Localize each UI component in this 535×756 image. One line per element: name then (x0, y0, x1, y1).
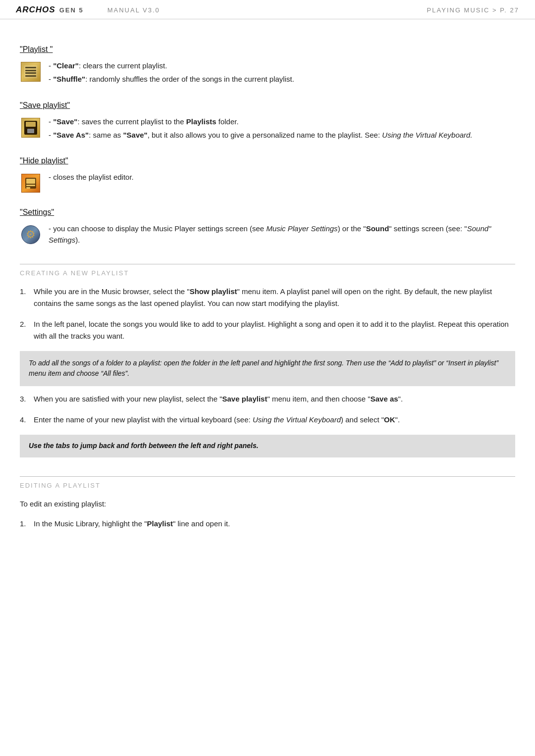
editing-intro: To edit an existing playlist: (20, 498, 515, 510)
step2-num: 2. (20, 318, 31, 342)
playlist-icon-lines (24, 65, 38, 79)
floppy-disk (27, 129, 34, 133)
settings-icon: ⚙ (20, 224, 42, 246)
settings-title: "Settings" (20, 208, 515, 217)
settings-section: "Settings" ⚙ - you can choose to display… (20, 208, 515, 248)
playlist-section: "Playlist " - "Clear": clears the curren… (20, 45, 515, 87)
editing-title: EDITING A PLAYLIST (20, 482, 515, 489)
creating-note2-text: Use the tabs to jump back and forth betw… (29, 442, 259, 450)
gear-symbol: ⚙ (26, 228, 36, 241)
playlist-icon-img (21, 62, 41, 82)
settings-text: - you can choose to display the Music Pl… (49, 223, 515, 246)
header-left: ARCHOS GEN 5 MANUAL V3.0 (16, 5, 160, 15)
svg-rect-3 (26, 187, 30, 189)
gen-label: GEN 5 (59, 6, 84, 14)
save-playlist-title: "Save playlist" (20, 101, 515, 110)
playlist-section-title: "Playlist " (20, 45, 515, 54)
page-header: ARCHOS GEN 5 MANUAL V3.0 PLAYING MUSIC >… (0, 0, 535, 19)
creating-step-4: 4. Enter the name of your new playlist w… (20, 414, 515, 426)
step4-num: 4. (20, 414, 31, 426)
hide-icon-img (21, 174, 40, 193)
step3-text: When you are satisfied with your new pla… (34, 393, 515, 405)
brand-name: ARCHOS (16, 5, 55, 15)
save-playlist-icon-text: - "Save": saves the current playlist to … (20, 116, 515, 143)
shuffle-text: - "Shuffle": randomly shuffles the order… (49, 73, 515, 85)
editing-step1-num: 1. (20, 518, 31, 530)
creating-title: CREATING A NEW PLAYLIST (20, 269, 515, 277)
floppy-label (26, 122, 36, 127)
clear-text: - "Clear": clears the current playlist. (49, 60, 515, 71)
hide-playlist-title: "Hide playlist" (20, 156, 515, 165)
editing-section: EDITING A PLAYLIST (20, 476, 515, 489)
save-text-block: - "Save": saves the current playlist to … (49, 116, 515, 143)
creating-section: CREATING A NEW PLAYLIST (20, 264, 515, 277)
hide-icon-svg (24, 176, 38, 190)
hide-text: - closes the playlist editor. (49, 171, 515, 183)
creating-step-2: 2. In the left panel, locate the songs y… (20, 318, 515, 342)
save-icon (20, 117, 42, 139)
settings-icon-text: ⚙ - you can choose to display the Music … (20, 223, 515, 248)
editing-step1-text: In the Music Library, highlight the "Pla… (34, 518, 515, 530)
playlist-icon (20, 61, 42, 83)
save-playlist-section: "Save playlist" - "Save": saves the curr… (20, 101, 515, 143)
settings-icon-img: ⚙ (21, 225, 40, 244)
hide-playlist-section: "Hide playlist" - closes the playlist ed… (20, 156, 515, 194)
editing-steps-list: 1. In the Music Library, highlight the "… (20, 518, 515, 530)
svg-rect-2 (26, 185, 35, 186)
hide-playlist-icon-text: - closes the playlist editor. (20, 171, 515, 194)
step3-num: 3. (20, 393, 31, 405)
creating-note2: Use the tabs to jump back and forth betw… (20, 435, 515, 457)
playlist-icon-line3 (25, 72, 36, 74)
step1-num: 1. (20, 286, 31, 309)
hide-text-block: - closes the playlist editor. (49, 171, 515, 185)
settings-text-block: - you can choose to display the Music Pl… (49, 223, 515, 248)
step1-text: While you are in the Music browser, sele… (34, 286, 515, 309)
creating-steps-list: 1. While you are in the Music browser, s… (20, 286, 515, 342)
manual-label: MANUAL V3.0 (107, 6, 160, 14)
saveas-line: - "Save As": same as "Save", but it also… (49, 129, 515, 141)
main-content: "Playlist " - "Clear": clears the curren… (0, 19, 535, 551)
step2-text: In the left panel, locate the songs you … (34, 318, 515, 342)
creating-steps-list2: 3. When you are satisfied with your new … (20, 393, 515, 426)
creating-note1: To add all the songs of a folder to a pl… (20, 351, 515, 386)
playlist-icon-line1 (25, 67, 36, 68)
playlist-icon-line2 (25, 70, 36, 71)
creating-note1-text: To add all the songs of a folder to a pl… (29, 359, 498, 378)
hide-icon (20, 172, 42, 194)
playlist-icon-text-block: - "Clear": clears the current playlist. … (20, 60, 515, 87)
breadcrumb: PLAYING MUSIC > P. 27 (427, 6, 519, 14)
step4-text: Enter the name of your new playlist with… (34, 414, 515, 426)
creating-step-3: 3. When you are satisfied with your new … (20, 393, 515, 405)
save-line: - "Save": saves the current playlist to … (49, 116, 515, 127)
svg-rect-1 (26, 179, 35, 184)
creating-step-1: 1. While you are in the Music browser, s… (20, 286, 515, 309)
floppy-body (24, 121, 37, 135)
save-icon-img (21, 118, 40, 138)
playlist-icon-line4 (25, 75, 36, 77)
editing-step-1: 1. In the Music Library, highlight the "… (20, 518, 515, 530)
playlist-text-block: - "Clear": clears the current playlist. … (49, 60, 515, 87)
